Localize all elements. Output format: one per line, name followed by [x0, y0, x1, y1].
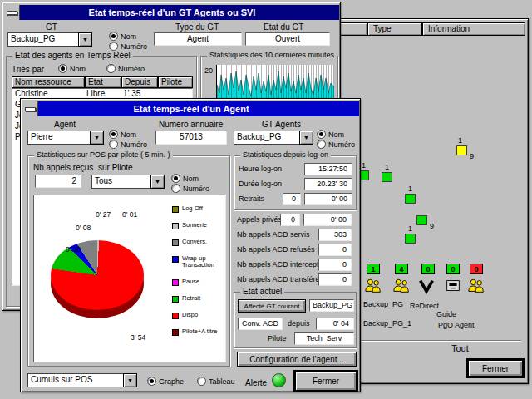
- agents-group-icon[interactable]: [466, 277, 486, 295]
- group-count-tile[interactable]: 1: [367, 264, 380, 274]
- radio-icon: [106, 64, 116, 73]
- agent-status-square[interactable]: [416, 215, 427, 225]
- pie-time-wrapup: 0' 08: [76, 224, 91, 232]
- group-count-tile[interactable]: 4: [395, 264, 408, 274]
- group-count-tile[interactable]: 0: [446, 264, 460, 274]
- group-label: Backup_PG: [363, 300, 403, 308]
- table-header-etat[interactable]: Etat: [85, 76, 121, 88]
- group-count-tile[interactable]: 0: [421, 264, 435, 274]
- radio-tableau[interactable]: Tableau: [197, 377, 235, 386]
- gt-state-value: Ouvert: [245, 32, 330, 46]
- guide-device-icon[interactable]: [443, 277, 463, 295]
- pilot-select[interactable]: Tous ▼: [91, 175, 165, 189]
- pilot-select-value: Tous: [91, 175, 150, 189]
- current-pilot-value: Tech_Serv: [294, 332, 354, 345]
- group-label: Backup_PG_1: [363, 319, 411, 328]
- radio-gtagents-numero[interactable]: Numéro: [317, 140, 355, 149]
- redirect-icon[interactable]: [416, 277, 436, 295]
- directory-number-value: 57013: [155, 131, 227, 145]
- title-bar[interactable]: Etat temps-réel d'un Agent: [23, 101, 359, 116]
- radio-label: Nom: [121, 131, 136, 139]
- radio-label: Nom: [183, 175, 199, 183]
- system-menu-button[interactable]: [5, 5, 20, 20]
- assigned-gt-value: Backup_PG: [309, 299, 354, 312]
- acd-intercepted-label: Nb appels ACD interceptés: [237, 260, 327, 268]
- radio-label: Numéro: [328, 140, 355, 149]
- group-title: Statistiques sur POS par pilote ( 5 min.…: [34, 150, 173, 159]
- group-label: Guide: [436, 310, 456, 318]
- system-menu-button[interactable]: [23, 101, 38, 116]
- private-calls-count: 0: [280, 214, 300, 226]
- chevron-down-icon[interactable]: ▼: [90, 131, 104, 145]
- agent-label: Agent: [54, 120, 76, 129]
- legend-swatch: [172, 256, 179, 263]
- pie-chart: [51, 240, 144, 310]
- directory-number-label: Numéro annuaire: [159, 120, 223, 129]
- logon-stats-group: Statistiques depuis log-on Heure log-on …: [234, 155, 357, 210]
- gt-label: GT: [46, 22, 57, 32]
- scatter-count-label: 1: [408, 224, 412, 233]
- radio-graphe[interactable]: Graphe: [147, 377, 184, 386]
- agent-status-square[interactable]: [405, 234, 416, 244]
- chevron-down-icon[interactable]: ▼: [123, 373, 137, 387]
- column-header-information[interactable]: Information: [422, 22, 525, 36]
- legend-item: Dispo: [172, 312, 225, 319]
- radio-label: Nom: [70, 65, 86, 73]
- group-count-tile[interactable]: 0: [470, 264, 483, 274]
- gt-agents-select[interactable]: Backup_PG ▼: [234, 131, 313, 145]
- column-header-type[interactable]: Type: [367, 22, 422, 36]
- legend-item: Retrait: [172, 295, 225, 303]
- agents-group-icon[interactable]: [392, 277, 411, 295]
- close-button[interactable]: Fermer: [468, 360, 523, 377]
- retraits-duration: 0' 00: [304, 193, 352, 205]
- legend-label: Log-Off: [182, 205, 225, 212]
- radio-sort-nom[interactable]: Nom: [58, 64, 86, 73]
- assigned-gt-button[interactable]: Affecté GT courant: [238, 299, 306, 313]
- table-header-depuis[interactable]: Depuis: [121, 76, 158, 88]
- radio-gtagents-nom[interactable]: Nom: [317, 130, 344, 139]
- cumuls-select[interactable]: Cumuls sur POS ▼: [27, 373, 137, 387]
- agent-status-square[interactable]: [382, 172, 392, 182]
- close-button[interactable]: Fermer: [295, 372, 357, 391]
- chevron-down-icon[interactable]: ▼: [150, 175, 165, 189]
- agent-select[interactable]: Pierre ▼: [27, 131, 104, 145]
- radio-label: Numéro: [121, 42, 147, 51]
- title-bar[interactable]: Etat temps-réel d'un GT Agents ou SVI: [5, 5, 339, 20]
- radio-pilot-numero[interactable]: Numéro: [171, 184, 209, 193]
- radio-gt-numero[interactable]: Numéro: [109, 42, 147, 51]
- radio-pilot-nom[interactable]: Nom: [171, 174, 199, 183]
- agent-status-square[interactable]: [456, 145, 467, 155]
- radio-label: Nom: [328, 131, 344, 139]
- chevron-down-icon[interactable]: ▼: [78, 32, 92, 47]
- pie-time-retrait: 0' 30: [66, 245, 81, 254]
- acd-transferred-value: 0: [318, 273, 352, 286]
- radio-agent-nom[interactable]: Nom: [109, 130, 136, 139]
- radio-label: Numéro: [183, 185, 209, 193]
- radio-gt-nom[interactable]: Nom: [109, 32, 136, 41]
- radio-agent-numero[interactable]: Numéro: [109, 140, 147, 149]
- chevron-down-icon[interactable]: ▼: [299, 131, 313, 145]
- radio-icon: [109, 130, 118, 139]
- group-label: ReDirect: [410, 302, 439, 310]
- cumuls-select-value: Cumuls sur POS: [27, 373, 123, 387]
- radio-icon: [58, 64, 67, 73]
- agent-status-square[interactable]: [405, 194, 416, 204]
- table-header-nom[interactable]: Nom ressource: [12, 76, 85, 88]
- radio-sort-numero[interactable]: Numéro: [106, 64, 145, 73]
- logon-time-label: Heure log-on: [239, 165, 282, 173]
- legend-label: Pilote+A titre: [182, 328, 225, 335]
- radio-label: Nom: [121, 32, 136, 41]
- table-header-pilote[interactable]: Pilote: [158, 76, 193, 88]
- legend-label: Pause: [182, 278, 225, 285]
- gt-select[interactable]: Backup_PG ▼: [7, 32, 92, 47]
- radio-icon: [171, 174, 180, 183]
- agent-config-button[interactable]: Configuration de l'agent...: [237, 352, 357, 367]
- since-label: depuis: [288, 319, 310, 328]
- pie-time-dispo: 3' 54: [131, 333, 145, 342]
- radio-icon: [197, 377, 206, 386]
- radio-label: Numéro: [118, 65, 145, 73]
- legend-swatch: [172, 206, 179, 213]
- agents-group-icon[interactable]: [363, 277, 383, 295]
- group-title: Etat actuel: [240, 287, 284, 296]
- sorted-by-label: Triés par: [12, 65, 44, 74]
